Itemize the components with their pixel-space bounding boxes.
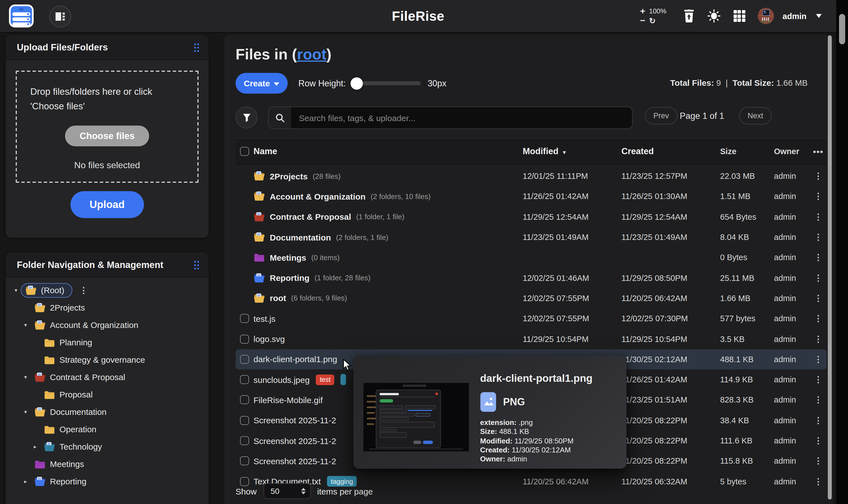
upload-button[interactable]: Upload (70, 191, 144, 218)
zoom-out-button[interactable]: − (640, 17, 649, 25)
user-avatar[interactable] (758, 8, 774, 24)
user-name[interactable]: admin (783, 12, 807, 20)
root-breadcrumb-link[interactable]: root (297, 46, 326, 63)
drag-handle-icon[interactable] (194, 260, 200, 269)
owner-cell: admin (771, 192, 810, 201)
row-checkbox[interactable] (240, 436, 249, 445)
row-checkbox[interactable] (240, 335, 249, 343)
page-size-select[interactable]: 50 (263, 483, 311, 499)
owner-cell: admin (771, 477, 810, 486)
sidebar-item-operation[interactable]: Operation (6, 420, 209, 438)
row-menu-button[interactable]: ⋮ (810, 171, 827, 181)
table-row[interactable]: logo.svg 11/29/25 10:54PM 11/29/25 10:54… (235, 329, 827, 349)
table-row[interactable]: Contract & Proposal (1 folder, 1 file) 1… (235, 206, 827, 227)
size-cell: 114.9 KB (717, 375, 771, 384)
content-scrollbar[interactable] (828, 35, 832, 500)
row-checkbox[interactable] (240, 375, 249, 384)
tree-caret-icon[interactable]: ▾ (11, 287, 21, 293)
column-header-created[interactable]: Created (621, 146, 717, 157)
table-row[interactable]: Documentation (2 folders, 1 file) 11/23/… (235, 227, 827, 248)
sidebar-item-documentation[interactable]: ▾ Documentation (6, 403, 209, 420)
item-meta: (2 folders, 10 files) (371, 192, 431, 201)
row-menu-button[interactable]: ⋮ (810, 334, 827, 344)
folder-icon (34, 303, 46, 312)
table-row[interactable]: Reporting (1 folder, 28 files) 12/02/25 … (235, 268, 827, 288)
prev-page-button[interactable]: Prev (645, 107, 677, 124)
sidebar-item-account-organization[interactable]: ▾ Account & Organization (6, 316, 209, 334)
tooltip-file-type: PNG (503, 396, 525, 408)
column-header-name[interactable]: Name (253, 146, 523, 157)
row-menu-button[interactable]: ⋮ (810, 212, 827, 222)
folder-menu-button[interactable]: ⋮ (80, 285, 88, 295)
table-row[interactable]: test.js 12/02/25 07:55PM 12/02/25 07:30P… (235, 308, 827, 329)
row-menu-button[interactable]: ⋮ (810, 253, 827, 263)
row-menu-button[interactable]: ⋮ (810, 313, 827, 323)
page-scrollbar-thumb[interactable] (839, 14, 845, 44)
created-cell: 11/20/25 08:22PM (621, 457, 717, 466)
row-menu-button[interactable]: ⋮ (810, 293, 827, 303)
row-menu-button[interactable]: ⋮ (810, 192, 827, 201)
choose-files-button[interactable]: Choose files (65, 126, 149, 146)
user-menu-caret-icon[interactable] (816, 14, 822, 18)
row-height-slider[interactable] (353, 81, 421, 85)
filter-button[interactable] (235, 107, 258, 128)
row-checkbox[interactable] (240, 396, 249, 404)
table-row[interactable]: Meetings (0 items) 0 Bytes admin ⋮ (235, 247, 827, 268)
sidebar-item-planning[interactable]: Planning (6, 334, 209, 351)
page-scrollbar-track[interactable] (836, 0, 848, 504)
tooltip-detail-line: Owner: admin (480, 455, 618, 464)
row-menu-button[interactable]: ⋮ (810, 232, 827, 242)
item-name: sunclouds.jpeg (253, 375, 310, 384)
column-header-size[interactable]: Size (717, 147, 771, 156)
created-cell: 11/30/25 02:12AM (621, 355, 717, 364)
modified-cell: 11/29/25 12:54AM (523, 212, 621, 221)
tree-caret-icon[interactable]: ▾ (21, 374, 30, 380)
sidebar-item-2projects[interactable]: 2Projects (6, 299, 209, 316)
drag-handle-icon[interactable] (194, 42, 200, 52)
zoom-reset-button[interactable]: ↻ (649, 16, 671, 25)
next-page-button[interactable]: Next (739, 107, 772, 124)
row-checkbox[interactable] (240, 416, 249, 425)
sidebar-item-contract-proposal[interactable]: ▾ Contract & Proposal (6, 368, 209, 386)
row-checkbox[interactable] (240, 355, 249, 364)
search-input[interactable] (291, 107, 632, 128)
items-per-page-label: items per page (317, 486, 373, 496)
row-menu-button[interactable]: ⋮ (810, 456, 827, 466)
slider-thumb[interactable] (351, 77, 363, 89)
theme-toggle-button[interactable] (707, 9, 721, 23)
tree-caret-icon[interactable]: ▸ (30, 444, 40, 450)
create-button[interactable]: Create (235, 73, 288, 94)
row-menu-button[interactable]: ⋮ (810, 395, 827, 405)
sidebar-item-root[interactable]: ▾ (Root) ⋮ (6, 282, 209, 299)
tree-caret-icon[interactable]: ▸ (21, 478, 30, 484)
zoom-in-button[interactable]: + (640, 7, 649, 15)
page-title: Files in (root) (235, 46, 332, 64)
row-menu-button[interactable]: ⋮ (810, 354, 827, 364)
upload-dropzone[interactable]: Drop files/folders here or click 'Choose… (16, 71, 198, 183)
row-menu-button[interactable]: ⋮ (810, 273, 827, 283)
sidebar-item-strategy-governance[interactable]: Strategy & governance (6, 351, 209, 368)
sidebar-item-proposal[interactable]: Proposal (6, 386, 209, 403)
trash-restore-button[interactable] (682, 9, 696, 23)
table-row[interactable]: Account & Organization (2 folders, 10 fi… (235, 186, 827, 207)
totals-summary: Total Files: 9 | Total Size: 1.66 MB (670, 78, 808, 88)
row-menu-button[interactable]: ⋮ (810, 375, 827, 384)
row-menu-button[interactable]: ⋮ (810, 436, 827, 446)
row-checkbox[interactable] (240, 457, 249, 466)
sidebar-item-technology[interactable]: ▸ Technology (6, 438, 209, 455)
columns-menu-button[interactable]: ••• (810, 147, 827, 156)
row-menu-button[interactable]: ⋮ (810, 415, 827, 425)
sidebar-item-reporting[interactable]: ▸ Reporting (6, 473, 209, 490)
table-row[interactable]: 2Projects (28 files) 12/01/25 11:11PM 11… (235, 166, 827, 186)
tree-caret-icon[interactable]: ▾ (21, 409, 30, 415)
tree-caret-icon[interactable]: ▾ (21, 322, 30, 328)
row-menu-button[interactable]: ⋮ (810, 476, 827, 486)
column-header-owner[interactable]: Owner (771, 147, 810, 156)
row-checkbox[interactable] (240, 314, 249, 323)
select-all-checkbox[interactable] (240, 147, 249, 156)
apps-grid-button[interactable] (733, 9, 746, 23)
table-row[interactable]: root (6 folders, 9 files) 12/02/25 07:55… (235, 288, 827, 309)
created-cell: 11/29/25 08:50PM (621, 273, 717, 282)
column-header-modified[interactable]: Modified▼ (523, 146, 621, 157)
sidebar-item-meetings[interactable]: Meetings (6, 455, 209, 473)
